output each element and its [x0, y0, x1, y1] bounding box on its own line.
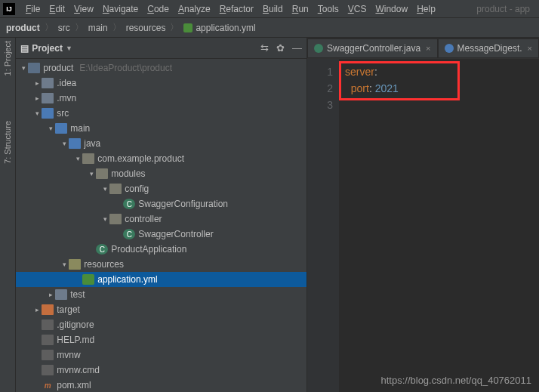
project-tool-button[interactable]: 1: Project [3, 41, 12, 76]
tree-node[interactable]: ▸mvnw.cmd [16, 363, 306, 378]
breadcrumb-item[interactable]: main [88, 23, 108, 33]
tool-window-stripe: 1: Project 7: Structure [0, 38, 16, 392]
hide-icon[interactable]: — [292, 42, 302, 54]
tree-node[interactable]: ▸.mvn [16, 91, 306, 106]
gear-icon[interactable]: ✿ [276, 42, 285, 54]
menu-vcs[interactable]: VCS [343, 2, 371, 16]
code-content[interactable]: server: port: 2021 [339, 59, 405, 392]
menu-edit[interactable]: Edit [45, 2, 69, 16]
tree-label: resources [84, 259, 124, 270]
folder-icon [55, 289, 67, 300]
class-icon: C [123, 199, 135, 209]
caret-icon[interactable]: ▸ [32, 79, 42, 87]
caret-icon[interactable]: ▸ [32, 94, 42, 102]
menu-tools[interactable]: Tools [313, 2, 343, 16]
tree-label: com.example.product [97, 153, 184, 164]
pkg-icon [82, 153, 94, 164]
tree-node[interactable]: ▸mvnw [16, 347, 306, 363]
project-tree[interactable]: ▾productE:\IdeaProduct\product▸.idea▸.mv… [16, 59, 306, 392]
pkg-icon [109, 214, 122, 224]
chevron-right-icon: 〉 [75, 21, 84, 34]
breadcrumb-item[interactable]: src [58, 23, 70, 33]
module-icon [28, 63, 40, 73]
tree-node[interactable]: ▸CSwaggerController [16, 227, 306, 242]
menu-file[interactable]: File [21, 2, 45, 16]
menu-view[interactable]: View [69, 2, 98, 16]
caret-icon[interactable]: ▸ [32, 306, 42, 313]
class-icon: C [96, 244, 108, 255]
yml-icon [82, 274, 94, 285]
menu-code[interactable]: Code [143, 2, 174, 16]
tree-node[interactable]: ▸application.yml [16, 272, 306, 287]
tree-node[interactable]: ▾modules [16, 166, 306, 181]
menu-navigate[interactable]: Navigate [98, 2, 143, 16]
tree-node[interactable]: ▸test [16, 287, 306, 302]
collapse-icon[interactable]: ⇆ [260, 42, 269, 54]
caret-icon[interactable]: ▾ [73, 155, 82, 162]
tree-node[interactable]: ▾resources [16, 257, 306, 272]
caret-icon[interactable]: ▾ [60, 261, 69, 268]
menu-analyze[interactable]: Analyze [174, 2, 215, 16]
close-icon[interactable]: × [528, 44, 532, 53]
m-icon: m [42, 380, 54, 390]
pkg-icon [109, 184, 122, 194]
tree-label: .gitignore [57, 319, 94, 330]
tree-node[interactable]: ▾controller [16, 211, 306, 227]
tree-node[interactable]: ▾productE:\IdeaProduct\product [16, 60, 306, 76]
editor-tab[interactable]: SwaggerController.java× [307, 39, 438, 58]
editor-tab[interactable]: MessageDigest.× [438, 39, 539, 58]
caret-icon[interactable]: ▸ [46, 291, 55, 298]
tree-node[interactable]: ▸HELP.md [16, 332, 306, 347]
watermark: https://blog.csdn.net/qq_40762011 [381, 375, 532, 386]
caret-icon[interactable]: ▾ [60, 140, 69, 147]
caret-icon[interactable]: ▾ [32, 110, 42, 117]
tree-node[interactable]: ▸.gitignore [16, 317, 306, 332]
menu-build[interactable]: Build [258, 2, 288, 16]
menu-refactor[interactable]: Refactor [215, 2, 258, 16]
menu-run[interactable]: Run [288, 2, 313, 16]
chevron-right-icon: 〉 [45, 21, 54, 34]
tree-node[interactable]: ▸target [16, 302, 306, 317]
line-gutter: 1 2 3 [307, 59, 339, 392]
caret-icon[interactable]: ▾ [46, 125, 55, 132]
tree-node[interactable]: ▸CSwaggerConfiguration [16, 196, 306, 211]
panel-header: ▤ Project ▼ ⇆ ✿ — [16, 38, 306, 59]
tree-node[interactable]: ▾java [16, 136, 306, 151]
caret-icon[interactable]: ▾ [19, 64, 28, 72]
close-icon[interactable]: × [426, 44, 430, 53]
tree-node[interactable]: ▸.idea [16, 76, 306, 91]
tree-node[interactable]: ▾main [16, 121, 306, 136]
tree-node[interactable]: ▸CProductApplication [16, 242, 306, 257]
tree-node[interactable]: ▸mpom.xml [16, 378, 306, 392]
tree-node[interactable]: ▾src [16, 106, 306, 121]
folder-icon [42, 93, 54, 103]
chevron-right-icon: 〉 [170, 21, 179, 34]
tree-node[interactable]: ▾com.example.product [16, 151, 306, 166]
chevron-down-icon: ▼ [66, 45, 72, 52]
tree-label: test [70, 289, 85, 300]
menu-help[interactable]: Help [412, 2, 440, 16]
panel-title[interactable]: ▤ Project ▼ [20, 43, 72, 54]
editor-area: SwaggerController.java×MessageDigest.× 1… [307, 38, 539, 392]
breadcrumb-item[interactable]: product [6, 23, 40, 33]
code-editor[interactable]: 1 2 3 server: port: 2021 [307, 59, 539, 392]
chevron-right-icon: 〉 [112, 21, 122, 34]
tree-node[interactable]: ▾config [16, 181, 306, 196]
file-icon [42, 335, 54, 345]
tree-label: java [84, 138, 100, 149]
project-icon: ▤ [20, 43, 29, 54]
window-title-hint: product - app [476, 4, 536, 14]
breadcrumb-item[interactable]: resources [126, 23, 166, 33]
intellij-icon: IJ [3, 3, 15, 15]
caret-icon[interactable]: ▾ [100, 215, 109, 223]
structure-tool-button[interactable]: 7: Structure [3, 121, 12, 164]
tree-label: application.yml [97, 274, 157, 285]
java-icon [69, 138, 81, 149]
caret-icon[interactable]: ▾ [87, 170, 96, 177]
menu-window[interactable]: Window [371, 2, 412, 16]
file-type-icon [445, 44, 454, 53]
caret-icon[interactable]: ▾ [100, 185, 109, 193]
tree-label: .mvn [57, 93, 76, 103]
breadcrumb-item[interactable]: application.yml [183, 23, 255, 33]
folder-icon [42, 78, 54, 88]
